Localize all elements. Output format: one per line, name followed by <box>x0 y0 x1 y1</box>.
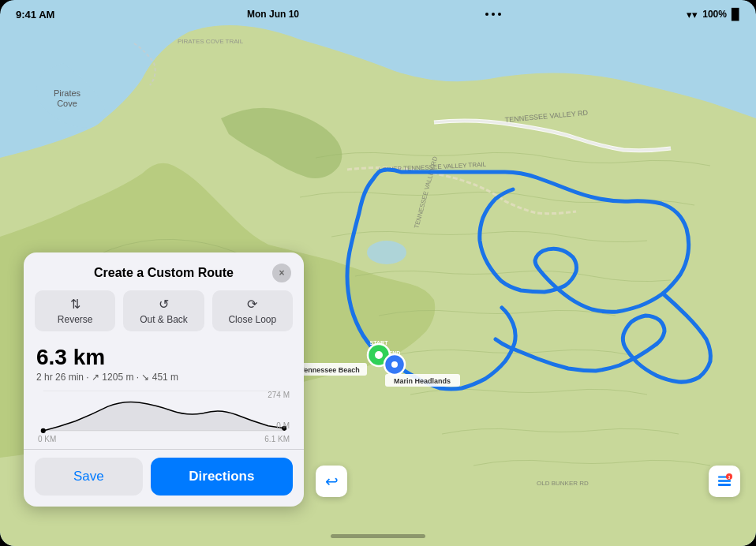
svg-text:Pirates: Pirates <box>54 88 81 98</box>
close-loop-button[interactable]: ⟳ Close Loop <box>212 290 293 331</box>
undo-control: ↩ <box>316 466 347 497</box>
status-bar: 9:41 AM Mon Jun 10 ▾▾ 100% ▉ <box>0 0 756 28</box>
svg-text:PIRATES COVE TRAIL: PIRATES COVE TRAIL <box>178 38 244 45</box>
svg-text:OLD BUNKER RD: OLD BUNKER RD <box>537 480 589 487</box>
device-frame: TENNESSEE VALLEY RD LOWER TENNESSEE VALL… <box>0 0 756 546</box>
battery-percentage: 100% <box>702 9 727 20</box>
save-button[interactable]: Save <box>35 458 143 496</box>
reverse-label: Reverse <box>58 314 93 325</box>
close-button[interactable]: × <box>272 264 291 282</box>
home-indicator <box>331 534 425 538</box>
status-time: 9:41 AM <box>16 9 54 21</box>
close-loop-icon: ⟳ <box>247 297 257 312</box>
route-stats: 6.3 km 2 hr 26 min · ↗ 1205 m · ↘ 451 m <box>24 341 304 386</box>
svg-rect-24 <box>718 480 731 482</box>
status-right: ▾▾ 100% ▉ <box>687 8 740 21</box>
elevation-y-labels: 274 M 0 M <box>268 391 290 430</box>
route-actions: ⇅ Reverse ↺ Out & Back ⟳ Close Loop <box>24 290 304 341</box>
svg-text:3: 3 <box>728 475 731 480</box>
battery-icon: ▉ <box>732 8 740 21</box>
elevation-min-label: 0 M <box>276 421 290 430</box>
status-center-dots <box>485 13 501 16</box>
directions-button[interactable]: Directions <box>151 458 293 496</box>
route-card-header: Create a Custom Route × <box>24 252 304 290</box>
wifi-icon: ▾▾ <box>687 9 698 21</box>
svg-text:Cove: Cove <box>57 99 77 108</box>
svg-point-1 <box>367 241 406 264</box>
reverse-button[interactable]: ⇅ Reverse <box>35 290 115 331</box>
undo-button[interactable]: ↩ <box>316 466 347 497</box>
svg-text:START: START <box>370 340 389 346</box>
svg-rect-25 <box>718 484 731 486</box>
elevation-chart: 274 M 0 M 0 KM 6.1 KM <box>24 386 304 449</box>
svg-point-9 <box>391 361 398 368</box>
dot-3 <box>498 13 501 16</box>
svg-text:END: END <box>389 350 401 356</box>
layers-button[interactable]: 3 <box>709 466 740 497</box>
elevation-x-labels: 0 KM 6.1 KM <box>36 435 291 443</box>
elevation-end-label: 6.1 KM <box>264 435 290 443</box>
route-card-title: Create a Custom Route <box>55 266 272 280</box>
elevation-start-label: 0 KM <box>38 435 56 443</box>
reverse-icon: ⇅ <box>70 297 80 312</box>
layers-control: 3 <box>709 466 740 497</box>
svg-point-7 <box>375 351 383 359</box>
route-card: Create a Custom Route × ⇅ Reverse ↺ Out … <box>24 252 304 507</box>
elevation-chart-svg <box>36 391 291 435</box>
status-date: Mon Jun 10 <box>247 9 299 20</box>
dot-2 <box>492 13 495 16</box>
route-bottom-buttons: Save Directions <box>24 449 304 507</box>
elevation-max-label: 274 M <box>268 391 290 399</box>
svg-text:Marin Headlands: Marin Headlands <box>394 377 451 385</box>
dot-1 <box>485 13 488 16</box>
close-loop-label: Close Loop <box>228 314 276 325</box>
out-back-icon: ↺ <box>159 297 169 312</box>
out-back-label: Out & Back <box>140 314 188 325</box>
out-back-button[interactable]: ↺ Out & Back <box>123 290 204 331</box>
svg-text:Tennessee Beach: Tennessee Beach <box>300 366 359 374</box>
route-sub-stats: 2 hr 26 min · ↗ 1205 m · ↘ 451 m <box>36 372 291 383</box>
svg-point-21 <box>41 428 46 433</box>
route-distance: 6.3 km <box>36 346 291 370</box>
